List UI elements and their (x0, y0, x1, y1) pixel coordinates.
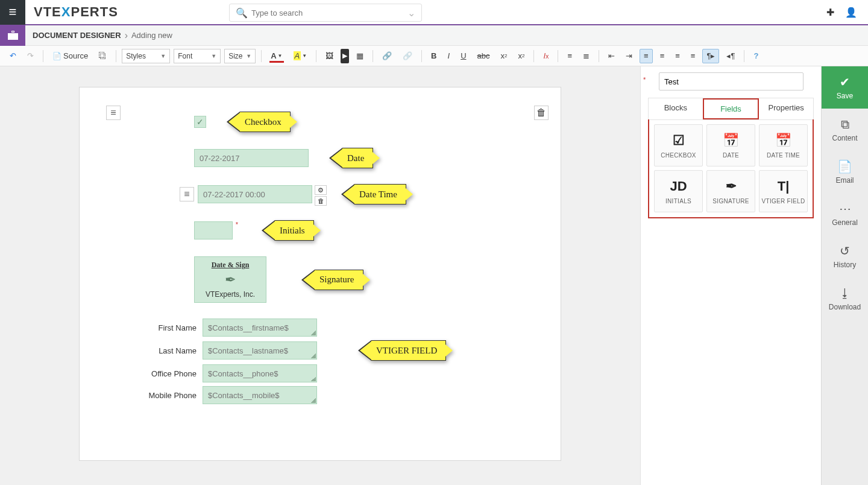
text-cursor-icon: T| (778, 179, 790, 194)
tab-fields[interactable]: Fields (703, 98, 760, 119)
firstname-field[interactable]: $Contacts__firstname$ (203, 319, 317, 337)
action-rail: ✔ Save ⧉ Content 📄 Email ⋯ General ↺ His… (821, 66, 868, 485)
link-button[interactable]: 🔗 (379, 49, 395, 63)
superscript-button[interactable]: x2 (514, 49, 528, 63)
annotation-arrow-datetime: Date Time (354, 184, 413, 204)
video-button[interactable]: ▶ (341, 49, 349, 63)
bg-color-button[interactable]: A▼ (290, 49, 311, 63)
menu-toggle[interactable]: ≡ (0, 0, 25, 25)
canvas-area: ≡ 🗑 ✓ Checkbox 07-22-2017 Date ≡ (0, 66, 640, 485)
ltr-button[interactable]: ¶▸ (702, 49, 719, 63)
indent-button[interactable]: ⇥ (622, 49, 636, 63)
firstname-label: First Name (136, 323, 197, 332)
tab-properties[interactable]: Properties (759, 98, 813, 119)
palette-checkbox[interactable]: ☑ CHECKBOX (654, 124, 703, 166)
history-button[interactable]: ↺ History (822, 235, 868, 277)
download-icon: ⭳ (839, 287, 851, 300)
strike-button[interactable]: abc (474, 49, 494, 63)
initials-field[interactable]: * (194, 221, 233, 239)
email-button[interactable]: 📄 Email (822, 151, 868, 193)
size-select[interactable]: Size▼ (224, 49, 256, 63)
styles-select[interactable]: Styles▼ (122, 49, 170, 63)
palette-date[interactable]: 📅 DATE (706, 124, 755, 166)
help-button[interactable]: ? (750, 49, 762, 63)
annotation-arrow-signature: Signature (315, 270, 370, 290)
officephone-label: Office Phone (136, 369, 197, 378)
clear-format-button[interactable]: Ix (539, 49, 552, 63)
annotation-arrow-date: Date (342, 148, 380, 168)
align-right-button[interactable]: ≡ (671, 49, 684, 63)
palette-signature[interactable]: ✒ SIGNATURE (706, 170, 755, 212)
breadcrumb-module[interactable]: DOCUMENT DESIGNER (33, 31, 121, 40)
side-panel: * Blocks Fields Properties ☑ CHECKBOX 📅 … (640, 66, 821, 485)
briefcase-icon (8, 31, 18, 40)
fields-palette: ☑ CHECKBOX 📅 DATE 📅 DATE TIME JD INITIAL… (648, 119, 814, 218)
italic-button[interactable]: I (444, 49, 454, 63)
search-icon: 🔍 (236, 7, 248, 19)
download-button[interactable]: ⭳ Download (822, 277, 868, 320)
numbered-list-button[interactable]: ≡ (564, 49, 576, 63)
datetime-field[interactable]: 07-22-2017 00:00 (198, 185, 312, 203)
user-icon[interactable]: 👤 (845, 7, 857, 18)
document-page[interactable]: ≡ 🗑 ✓ Checkbox 07-22-2017 Date ≡ (79, 87, 561, 461)
image-button[interactable]: 🖼 (322, 49, 337, 63)
module-icon[interactable] (0, 25, 25, 46)
tab-blocks[interactable]: Blocks (649, 98, 703, 119)
checkbox-icon: ☑ (673, 133, 685, 148)
search-dropdown-icon[interactable]: ⌄ (407, 7, 415, 19)
checkbox-field[interactable]: ✓ (194, 116, 206, 128)
lastname-field[interactable]: $Contacts__lastname$ (203, 341, 317, 360)
global-search[interactable]: 🔍 ⌄ (229, 4, 422, 22)
hamburger-icon: ≡ (9, 4, 17, 20)
pen-icon: ✒ (726, 179, 737, 194)
top-bar: ≡ VTEXPERTS 🔍 ⌄ ✚ 👤 (0, 0, 868, 25)
history-icon: ↺ (840, 244, 850, 258)
palette-datetime[interactable]: 📅 DATE TIME (759, 124, 808, 166)
bullet-list-button[interactable]: ≣ (579, 49, 593, 63)
table-button[interactable]: ▦ (353, 49, 367, 63)
field-drag-handle[interactable]: ≡ (180, 187, 194, 201)
field-delete-button[interactable]: 🗑 (315, 196, 327, 206)
date-field[interactable]: 07-22-2017 (194, 149, 309, 167)
panel-tabs: Blocks Fields Properties (648, 98, 814, 120)
save-button[interactable]: ✔ Save (822, 66, 868, 109)
required-asterisk: * (643, 76, 646, 83)
undo-button[interactable]: ↶ (6, 49, 20, 63)
rtl-button[interactable]: ◂¶ (723, 49, 738, 63)
unlink-button[interactable]: 🔗 (399, 49, 416, 63)
annotation-arrow-initials: Initials (275, 220, 321, 241)
template-name-input[interactable] (659, 72, 804, 90)
align-left-button[interactable]: ≡ (640, 49, 653, 63)
block-drag-handle[interactable]: ≡ (106, 106, 121, 120)
general-button[interactable]: ⋯ General (822, 193, 868, 235)
outdent-button[interactable]: ⇤ (605, 49, 618, 63)
search-input[interactable] (251, 8, 407, 17)
mobilephone-field[interactable]: $Contacts__mobile$ (203, 386, 317, 404)
source-button[interactable]: 📄Source (49, 49, 92, 63)
redo-button[interactable]: ↷ (24, 49, 37, 63)
copy-button[interactable]: ⿻ (95, 49, 110, 63)
annotation-arrow-checkbox: Checkbox (240, 112, 297, 132)
underline-button[interactable]: U (457, 49, 470, 63)
add-icon[interactable]: ✚ (826, 7, 834, 18)
block-delete-button[interactable]: 🗑 (534, 106, 549, 120)
email-icon: 📄 (837, 159, 852, 174)
align-center-button[interactable]: ≡ (656, 49, 668, 63)
field-settings-button[interactable]: ⚙ (315, 185, 327, 195)
align-justify-button[interactable]: ≡ (687, 49, 699, 63)
content-button[interactable]: ⧉ Content (822, 109, 868, 151)
officephone-field[interactable]: $Contacts__phone$ (203, 364, 317, 382)
subscript-button[interactable]: x2 (497, 49, 511, 63)
palette-vtiger-field[interactable]: T| VTIGER FIELD (759, 170, 808, 212)
pen-icon: ✒ (198, 272, 262, 288)
editor-toolbar: ↶ ↷ 📄Source ⿻ Styles▼ Font▼ Size▼ A▼ A▼ … (0, 46, 868, 66)
signature-field[interactable]: Date & Sign ✒ VTExperts, Inc. (194, 256, 266, 303)
font-select[interactable]: Font▼ (174, 49, 221, 63)
annotation-arrow-vtiger: VTIGER FIELD (371, 340, 453, 361)
text-color-button[interactable]: A▼ (267, 49, 286, 63)
palette-initials[interactable]: JD INITIALS (654, 170, 703, 212)
bold-button[interactable]: B (427, 49, 440, 63)
initials-icon: JD (670, 179, 687, 194)
calendar-icon: 📅 (775, 133, 791, 148)
canvas-scroll[interactable]: ≡ 🗑 ✓ Checkbox 07-22-2017 Date ≡ (0, 66, 640, 485)
